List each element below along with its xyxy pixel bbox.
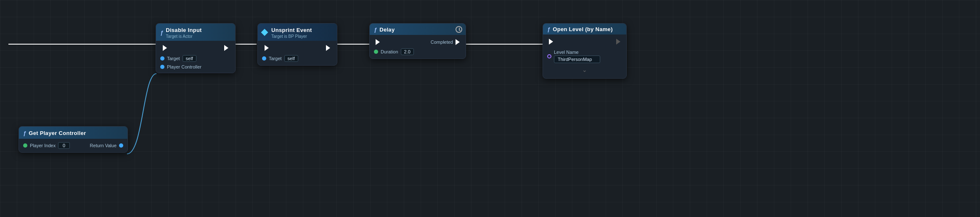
player-controller-row: Player Controller [160, 64, 231, 69]
get-player-controller-node: ƒ Get Player Controller Player Index 0 R… [19, 126, 128, 153]
target-label: Target [167, 56, 180, 61]
node-body: Player Index 0 Return Value [19, 139, 127, 152]
target-pin [160, 56, 164, 61]
open-level-exec-row [547, 38, 622, 45]
level-name-label: Level Name [554, 50, 600, 55]
player-controller-label: Player Controller [167, 64, 201, 69]
duration-label: Duration [381, 49, 398, 54]
player-index-value[interactable]: 0 [58, 142, 70, 149]
exec-out-open-level [616, 39, 620, 45]
level-name-row: Level Name ThirdPersonMap [547, 50, 622, 63]
func-icon-disable: ƒ [160, 29, 163, 36]
target-row-unsprint: Target self [262, 55, 333, 62]
unsprint-body: Target self [258, 41, 337, 65]
open-level-body: Level Name ThirdPersonMap ⌄ [543, 34, 626, 78]
exec-in-pin [163, 45, 167, 51]
chevron-down-icon: ⌄ [547, 66, 622, 75]
exec-in-open-level [549, 39, 553, 45]
disable-input-node: ƒ Disable Input Target is Actor Target s… [156, 23, 236, 73]
exec-row-unsprint [262, 44, 333, 52]
duration-pin [374, 50, 378, 54]
target-row: Target self [160, 55, 231, 62]
return-value-label: Return Value [90, 143, 117, 148]
player-controller-pin [160, 65, 164, 69]
delay-node: ƒ Delay Completed Duration 2.0 [369, 23, 466, 59]
level-name-pin [547, 54, 551, 58]
player-index-pin [23, 143, 27, 148]
completed-label: Completed [431, 40, 453, 45]
exec-out-unsprint [326, 45, 330, 51]
delay-body: Completed Duration 2.0 [370, 35, 466, 58]
node-header-delay: ƒ Delay [370, 24, 466, 35]
clock-icon [456, 26, 462, 33]
unsprint-event-node: Unsprint Event Target is BP Player Targe… [257, 23, 337, 66]
target-value[interactable]: self [183, 55, 196, 62]
delay-exec-row: Completed [374, 38, 461, 46]
diamond-icon [261, 29, 268, 36]
node-title: Get Player Controller [29, 130, 86, 136]
open-level-title: Open Level (by Name) [553, 26, 613, 32]
exec-out-pin [224, 45, 228, 51]
node-header-disable-input: ƒ Disable Input Target is Actor [156, 24, 235, 41]
player-index-label: Player Index [30, 143, 56, 148]
unsprint-title: Unsprint Event [271, 27, 312, 33]
disable-input-subtitle: Target is Actor [166, 34, 202, 39]
open-level-node: ƒ Open Level (by Name) Level Name ThirdP… [543, 23, 627, 79]
target-value-unsprint[interactable]: self [284, 55, 298, 62]
func-icon-open-level: ƒ [547, 26, 550, 32]
duration-row: Duration 2.0 [374, 48, 461, 55]
exec-in-unsprint [265, 45, 269, 51]
duration-value[interactable]: 2.0 [401, 48, 414, 55]
exec-out-delay-completed [456, 39, 460, 45]
delay-title: Delay [379, 26, 395, 33]
target-label-unsprint: Target [269, 56, 282, 61]
disable-input-title: Disable Input [166, 27, 202, 33]
func-icon: ƒ [23, 130, 26, 136]
disable-input-body: Target self Player Controller [156, 41, 235, 73]
level-name-value[interactable]: ThirdPersonMap [554, 56, 600, 63]
exec-row-disable [160, 44, 231, 52]
node-header-open-level: ƒ Open Level (by Name) [543, 24, 626, 34]
return-value-pin [119, 143, 123, 148]
func-icon-delay: ƒ [374, 26, 377, 33]
node-header-unsprint: Unsprint Event Target is BP Player [258, 24, 337, 41]
exec-in-delay [376, 39, 380, 45]
player-index-row: Player Index 0 Return Value [23, 142, 123, 149]
node-header-get-player-controller: ƒ Get Player Controller [19, 127, 127, 139]
target-pin-unsprint [262, 56, 266, 61]
unsprint-subtitle: Target is BP Player [271, 34, 312, 39]
